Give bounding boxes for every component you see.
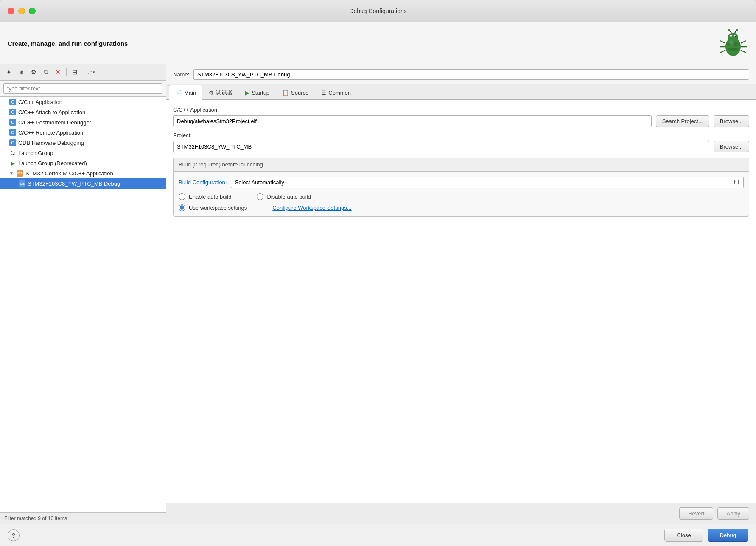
tree-item-label: Launch Group bbox=[18, 150, 53, 156]
tree-area: C C/C++ Application C C/C++ Attach to Ap… bbox=[0, 97, 166, 512]
delete-button[interactable]: ✕ bbox=[53, 67, 64, 78]
tabs-bar: 📄 Main ⚙ 调试器 ▶ Startup 📋 Source ☰ Co bbox=[166, 84, 756, 100]
svg-point-8 bbox=[728, 29, 730, 31]
common-tab-icon: ☰ bbox=[321, 90, 326, 96]
radio-row-2: Use workspace settings Configure Workspa… bbox=[179, 204, 744, 211]
footer-right-buttons: Close Debug bbox=[664, 529, 748, 542]
new-from-button[interactable]: ⊕ bbox=[16, 67, 27, 78]
minimize-traffic-light[interactable] bbox=[18, 8, 25, 14]
stm32-parent-icon: IDE bbox=[17, 170, 23, 177]
apply-button[interactable]: Apply bbox=[717, 507, 749, 520]
revert-button[interactable]: Revert bbox=[679, 507, 713, 520]
cpp-app-icon: C bbox=[9, 99, 16, 105]
tab-debugger[interactable]: ⚙ 调试器 bbox=[202, 85, 239, 100]
title-bar: Debug Configurations bbox=[0, 0, 756, 22]
right-panel: Name: 📄 Main ⚙ 调试器 ▶ Startup 📋 bbox=[166, 64, 756, 524]
use-workspace-text: Use workspace settings bbox=[189, 205, 247, 211]
tab-main[interactable]: 📄 Main bbox=[169, 85, 202, 100]
disable-auto-radio[interactable] bbox=[257, 193, 263, 200]
build-section-content: Build Configuration: Select Automaticall… bbox=[174, 172, 749, 216]
main-window: Debug Configurations Create, manage, and… bbox=[0, 0, 756, 546]
radio-group: Enable auto build Disable auto build bbox=[179, 193, 744, 211]
toolbar-separator bbox=[66, 68, 67, 76]
app-row: Search Project... Browse... bbox=[173, 115, 749, 127]
search-project-button[interactable]: Search Project... bbox=[656, 115, 709, 127]
build-config-select[interactable]: Select Automatically Debug Release bbox=[231, 177, 744, 188]
project-input[interactable] bbox=[173, 141, 709, 152]
chevron-down-icon: ▾ bbox=[93, 70, 95, 74]
filter-dropdown-button[interactable]: ⇌ ▾ bbox=[86, 67, 97, 78]
launch-deprecated-icon: ▶ bbox=[9, 160, 16, 166]
browse-project-button[interactable]: Browse... bbox=[714, 141, 749, 152]
expand-arrow-icon: ▼ bbox=[9, 171, 14, 176]
maximize-traffic-light[interactable] bbox=[29, 8, 36, 14]
new-icon: ✦ bbox=[6, 69, 11, 76]
tree-item-cpp-postmortem[interactable]: C C/C++ Postmortem Debugger bbox=[0, 117, 166, 127]
help-button[interactable]: ? bbox=[8, 529, 20, 541]
name-input[interactable] bbox=[193, 69, 749, 80]
build-config-link[interactable]: Build Configuration: bbox=[179, 179, 227, 186]
build-section-title: Build (if required) before launching bbox=[174, 158, 749, 172]
app-input[interactable] bbox=[173, 115, 652, 127]
tree-item-label: Launch Group (Deprecated) bbox=[18, 160, 87, 166]
radio-row-1: Enable auto build Disable auto build bbox=[179, 193, 744, 200]
svg-point-17 bbox=[727, 48, 739, 51]
tree-item-cpp-remote[interactable]: C C/C++ Remote Application bbox=[0, 127, 166, 138]
svg-line-15 bbox=[741, 50, 746, 53]
svg-point-5 bbox=[735, 36, 736, 37]
close-button[interactable]: Close bbox=[664, 529, 703, 542]
tree-item-stm32-debug[interactable]: IDE STM32F103C8_YW_PTC_MB Debug bbox=[0, 178, 166, 189]
source-tab-icon: 📋 bbox=[282, 90, 289, 96]
new-config-button[interactable]: ✦ bbox=[3, 67, 14, 78]
browse-app-button[interactable]: Browse... bbox=[714, 115, 749, 127]
enable-auto-radio[interactable] bbox=[179, 193, 185, 200]
help-icon: ? bbox=[12, 532, 16, 539]
enable-auto-label: Enable auto build bbox=[179, 193, 231, 200]
filter-input[interactable] bbox=[3, 83, 162, 94]
build-config-select-wrapper: Select Automatically Debug Release ⬆⬇ bbox=[231, 177, 744, 188]
toolbar: ✦ ⊕ ⚙ ⧉ ✕ ⊟ ⇌ bbox=[0, 64, 166, 81]
project-label: Project: bbox=[173, 132, 749, 138]
tab-common-label: Common bbox=[328, 90, 351, 96]
app-label: C/C++ Application: bbox=[173, 107, 749, 113]
tree-item-label: C/C++ Application bbox=[18, 99, 62, 105]
tree-item-cpp-attach[interactable]: C C/C++ Attach to Application bbox=[0, 107, 166, 117]
cpp-postmortem-icon: C bbox=[9, 119, 16, 126]
tree-item-cpp-app[interactable]: C C/C++ Application bbox=[0, 97, 166, 107]
name-label: Name: bbox=[173, 71, 189, 78]
collapse-button[interactable]: ⊟ bbox=[69, 67, 80, 78]
footer-bar: ? Close Debug bbox=[0, 524, 756, 546]
tab-startup-label: Startup bbox=[252, 90, 269, 96]
tab-panel-main: C/C++ Application: Search Project... Bro… bbox=[166, 100, 756, 503]
header-title: Create, manage, and run configurations bbox=[8, 40, 128, 47]
tab-source[interactable]: 📋 Source bbox=[276, 85, 315, 100]
use-workspace-label: Use workspace settings bbox=[179, 204, 247, 211]
tree-item-label: C/C++ Attach to Application bbox=[18, 109, 85, 115]
settings-button[interactable]: ⚙ bbox=[28, 67, 39, 78]
tab-main-label: Main bbox=[184, 90, 196, 96]
svg-point-1 bbox=[728, 33, 738, 42]
tree-item-stm32-parent[interactable]: ▼ IDE STM32 Cortex-M C/C++ Application bbox=[0, 168, 166, 178]
tree-item-label: C/C++ Remote Application bbox=[18, 129, 83, 136]
debug-button[interactable]: Debug bbox=[708, 529, 748, 542]
cpp-attach-icon: C bbox=[9, 109, 16, 115]
tree-item-launch-group[interactable]: 🗂 Launch Group bbox=[0, 148, 166, 158]
tree-item-label: STM32 Cortex-M C/C++ Application bbox=[25, 170, 113, 177]
use-workspace-radio[interactable] bbox=[179, 204, 185, 211]
gdb-icon: C bbox=[9, 139, 16, 146]
tab-common[interactable]: ☰ Common bbox=[315, 85, 357, 100]
configure-workspace-link[interactable]: Configure Workspace Settings... bbox=[272, 205, 351, 211]
status-text: Filter matched 9 of 10 items bbox=[4, 515, 67, 521]
new-from-icon: ⊕ bbox=[19, 69, 24, 76]
close-traffic-light[interactable] bbox=[8, 8, 14, 14]
tree-item-launch-deprecated[interactable]: ▶ Launch Group (Deprecated) bbox=[0, 158, 166, 168]
tree-item-label: C/C++ Postmortem Debugger bbox=[18, 119, 91, 126]
tab-startup[interactable]: ▶ Startup bbox=[239, 85, 276, 100]
duplicate-button[interactable]: ⧉ bbox=[40, 67, 51, 78]
name-row: Name: bbox=[166, 64, 756, 84]
startup-tab-icon: ▶ bbox=[245, 90, 249, 96]
status-bar: Filter matched 9 of 10 items bbox=[0, 512, 166, 524]
svg-point-9 bbox=[736, 29, 738, 31]
tree-item-gdb[interactable]: C GDB Hardware Debugging bbox=[0, 138, 166, 148]
disable-auto-text: Disable auto build bbox=[267, 194, 311, 200]
